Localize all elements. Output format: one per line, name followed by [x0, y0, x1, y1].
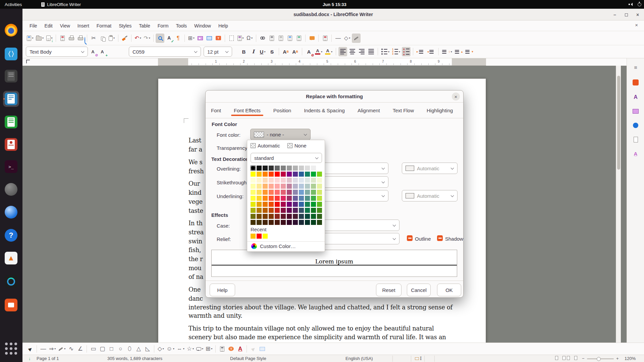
color-swatch[interactable] [269, 220, 274, 225]
dock-item-firefox[interactable] [3, 22, 19, 38]
color-swatch[interactable] [293, 220, 298, 225]
color-swatch[interactable] [269, 196, 274, 201]
font-size-combo[interactable]: 12 pt [204, 47, 232, 57]
color-swatch[interactable] [293, 202, 298, 207]
color-swatch[interactable] [311, 172, 316, 177]
dock-item-libreoffice-writer[interactable] [3, 91, 19, 107]
menu-form[interactable]: Form [154, 22, 172, 30]
redo-button[interactable]: ↷▾ [143, 34, 151, 43]
basic-shapes-button[interactable]: ◇▾ [343, 34, 352, 43]
dock-item-terminal[interactable]: >_ [3, 159, 19, 175]
circle-button[interactable]: ○ [116, 344, 125, 354]
color-swatch[interactable] [293, 172, 298, 177]
fontwork-button[interactable]: T [227, 344, 235, 354]
color-swatch[interactable] [275, 220, 280, 225]
power-icon[interactable] [638, 3, 641, 6]
color-swatch[interactable] [269, 172, 274, 177]
menu-view[interactable]: View [56, 22, 74, 30]
window-titlebar[interactable]: sudibasbd.docx - LibreOffice Writer – × [22, 9, 644, 20]
line-ends-arrow-button[interactable]: ⇒▾ [48, 344, 57, 354]
color-swatch[interactable] [275, 184, 280, 189]
color-swatch[interactable] [257, 172, 262, 177]
color-swatch[interactable] [305, 184, 310, 189]
color-swatch[interactable] [311, 184, 316, 189]
color-swatch[interactable] [275, 202, 280, 207]
color-swatch[interactable] [311, 190, 316, 195]
copy-button[interactable] [98, 34, 107, 43]
insert-line-button[interactable]: — [39, 344, 48, 354]
color-swatch[interactable] [299, 220, 304, 225]
color-swatch[interactable] [287, 184, 292, 189]
tab-indents-spacing[interactable]: Indents & Spacing [303, 104, 345, 117]
color-swatch[interactable] [281, 214, 286, 219]
color-swatch[interactable] [263, 196, 268, 201]
vertical-scrollbar[interactable] [616, 66, 621, 343]
dock-item-vscode[interactable]: 〈〉 [3, 46, 19, 62]
color-swatch[interactable] [275, 178, 280, 183]
recent-color-swatch[interactable] [257, 234, 262, 239]
sidebar-tab-navigator[interactable] [630, 120, 641, 131]
activities-button[interactable]: Activities [0, 0, 26, 9]
spelling-check-button[interactable]: A✓ [165, 34, 173, 43]
color-swatch[interactable] [293, 190, 298, 195]
insert-table-button[interactable]: ⊞▾ [187, 34, 196, 43]
overlining-color-dropdown[interactable]: Automatic [402, 163, 458, 174]
increase-indent-button[interactable]: ▸ [416, 47, 426, 56]
color-swatch[interactable] [251, 184, 256, 189]
horizontal-ruler[interactable]: 123456789 [158, 58, 486, 66]
export-pdf-button[interactable] [58, 34, 67, 43]
sidebar-tab-page[interactable] [630, 134, 641, 145]
color-swatch[interactable] [281, 166, 286, 171]
insert-footnote-button[interactable] [267, 34, 276, 43]
color-swatch[interactable] [305, 178, 310, 183]
color-swatch[interactable] [269, 202, 274, 207]
scrollbar-thumb[interactable] [617, 76, 620, 170]
zoom-level-label[interactable]: 120% [625, 356, 636, 361]
clear-formatting-button[interactable]: A⊘ [305, 47, 313, 56]
dock-item-text-editor[interactable] [3, 68, 19, 84]
save-indicator-icon[interactable]: ↓ [29, 356, 31, 361]
color-swatch[interactable] [305, 166, 310, 171]
color-swatch[interactable] [287, 172, 292, 177]
formatting-marks-button[interactable]: ¶ [174, 34, 182, 43]
color-swatch[interactable] [311, 178, 316, 183]
color-swatch[interactable] [281, 208, 286, 213]
flowchart-button[interactable]: ⊞▾ [205, 344, 213, 354]
color-swatch[interactable] [287, 166, 292, 171]
color-swatch[interactable] [263, 214, 268, 219]
cancel-button[interactable]: Cancel [407, 284, 431, 296]
color-swatch[interactable] [257, 214, 262, 219]
color-swatch[interactable] [263, 202, 268, 207]
font-color-dropdown[interactable]: - none - [250, 129, 311, 140]
underlining-color-dropdown[interactable]: Automatic [402, 190, 458, 201]
outline-checkbox[interactable] [407, 235, 413, 241]
insert-image-button[interactable] [196, 34, 205, 43]
palette-select[interactable]: standard [251, 153, 322, 163]
print-preview-button[interactable] [76, 34, 85, 43]
cut-button[interactable]: ✂ [89, 34, 98, 43]
bold-button[interactable]: B [239, 47, 248, 56]
menu-edit[interactable]: Edit [41, 22, 56, 30]
color-swatch[interactable] [263, 184, 268, 189]
rectangle-button[interactable]: ▭ [89, 344, 98, 354]
color-swatch[interactable] [287, 202, 292, 207]
color-swatch[interactable] [299, 172, 304, 177]
freeform-line-button[interactable] [352, 34, 361, 43]
curve-button[interactable]: ∿ [67, 344, 75, 354]
color-swatch[interactable] [263, 190, 268, 195]
color-swatch[interactable] [287, 214, 292, 219]
paste-button[interactable]: ▾ [107, 34, 116, 43]
ellipse-button[interactable]: ⬯ [125, 344, 134, 354]
sidebar-tab-sidebar-settings[interactable]: ≡ [630, 62, 641, 73]
menu-window[interactable]: Window [191, 22, 215, 30]
fontwork-gallery-button[interactable] [258, 344, 267, 354]
paragraph-style-combo[interactable]: Text Body [26, 47, 88, 57]
find-and-replace-button[interactable] [156, 34, 164, 43]
zoom-slider-thumb[interactable] [597, 357, 601, 361]
single-page-view-button[interactable] [555, 356, 559, 361]
freeform-line-button[interactable]: ▾ [57, 344, 66, 354]
menu-styles[interactable]: Styles [115, 22, 135, 30]
sidebar-tab-style-inspector[interactable]: A̲ [630, 148, 641, 159]
color-swatch[interactable] [275, 208, 280, 213]
close-button[interactable]: × [633, 10, 642, 19]
